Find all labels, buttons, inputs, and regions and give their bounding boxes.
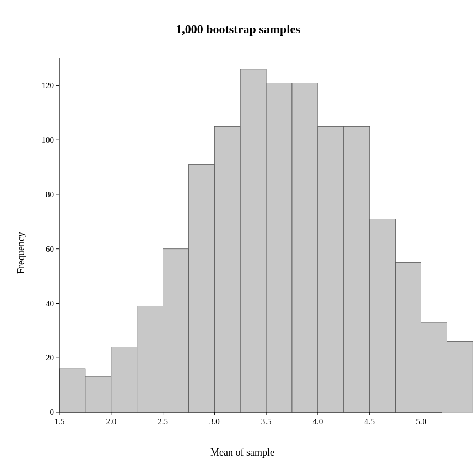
svg-text:3.5: 3.5 [261, 417, 272, 426]
chart-area: Frequency 0204060801001201.52.02.53.03.5… [12, 42, 464, 464]
plot-region: 0204060801001201.52.02.53.03.54.04.55.0 [32, 53, 453, 442]
svg-rect-5 [189, 165, 215, 412]
svg-text:120: 120 [42, 81, 55, 90]
svg-text:2.0: 2.0 [106, 417, 116, 426]
svg-text:60: 60 [46, 245, 54, 253]
plot-and-xaxis: 0204060801001201.52.02.53.03.54.04.55.0 … [32, 42, 464, 464]
svg-text:4.0: 4.0 [313, 417, 323, 426]
x-axis-label: Mean of sample [32, 442, 453, 464]
y-axis-label: Frequency [12, 42, 32, 464]
chart-container: 1,000 bootstrap samples Frequency 020406… [12, 12, 464, 464]
svg-text:80: 80 [46, 190, 54, 199]
svg-text:20: 20 [46, 353, 54, 362]
svg-text:0: 0 [50, 408, 55, 416]
svg-rect-11 [344, 127, 370, 413]
svg-text:1.5: 1.5 [55, 417, 65, 426]
svg-rect-13 [396, 262, 421, 412]
svg-text:3.0: 3.0 [209, 417, 220, 426]
svg-text:2.5: 2.5 [158, 417, 168, 426]
svg-rect-1 [85, 377, 111, 412]
svg-text:100: 100 [42, 136, 55, 144]
svg-rect-7 [240, 69, 266, 412]
histogram-svg: 0204060801001201.52.02.53.03.54.04.55.0 [32, 53, 453, 442]
svg-rect-10 [318, 127, 344, 413]
svg-rect-12 [370, 219, 396, 412]
svg-rect-4 [163, 249, 189, 412]
svg-rect-14 [421, 322, 447, 412]
svg-text:40: 40 [46, 299, 54, 308]
svg-rect-3 [137, 306, 163, 412]
svg-rect-6 [214, 127, 240, 413]
svg-text:4.5: 4.5 [364, 417, 375, 426]
svg-rect-9 [292, 83, 318, 412]
svg-rect-15 [447, 342, 473, 412]
chart-title: 1,000 bootstrap samples [176, 22, 300, 36]
svg-rect-8 [266, 83, 292, 412]
svg-rect-0 [60, 369, 85, 412]
svg-rect-2 [111, 347, 137, 413]
svg-text:5.0: 5.0 [416, 417, 426, 426]
